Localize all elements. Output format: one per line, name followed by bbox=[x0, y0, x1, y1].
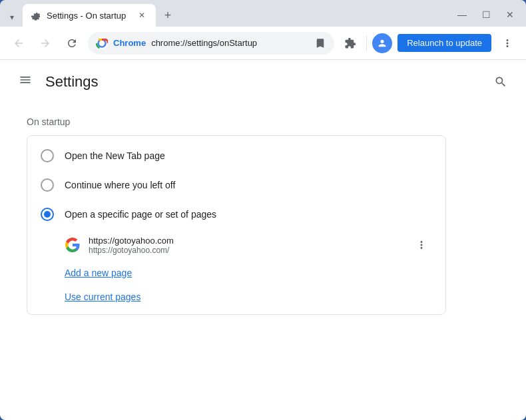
extensions-icon bbox=[344, 37, 356, 49]
bookmark-icon[interactable] bbox=[314, 37, 326, 49]
new-tab-btn[interactable]: + bbox=[158, 6, 177, 25]
address-text: chrome://settings/onStartup bbox=[151, 38, 309, 48]
menu-btn[interactable] bbox=[13, 68, 37, 95]
title-bar: ▾ Settings - On startup ✕ + — ☐ ✕ bbox=[0, 0, 526, 27]
option-new-tab[interactable]: Open the New Tab page bbox=[27, 141, 445, 170]
maximize-btn[interactable]: ☐ bbox=[475, 7, 497, 23]
settings-title: Settings bbox=[45, 73, 481, 91]
use-current-link[interactable]: Use current pages bbox=[27, 285, 445, 309]
url-info: https://gotoyahoo.com https://gotoyahoo.… bbox=[89, 236, 403, 255]
extensions-btn[interactable] bbox=[340, 33, 361, 54]
settings-content: PC On startup Open the New Tab page Cont… bbox=[0, 103, 526, 420]
nav-divider bbox=[366, 35, 367, 51]
url-subtitle: https://gotoyahoo.com/ bbox=[89, 246, 403, 255]
url-more-icon bbox=[415, 239, 427, 251]
option-new-tab-label: Open the New Tab page bbox=[65, 150, 165, 161]
search-icon bbox=[494, 75, 507, 89]
google-g-icon bbox=[65, 237, 81, 253]
tab-title: Settings - On startup bbox=[47, 11, 131, 21]
radio-dot bbox=[44, 211, 51, 218]
more-btn[interactable] bbox=[497, 33, 518, 54]
radio-new-tab[interactable] bbox=[41, 149, 54, 162]
profile-down-btn[interactable]: ▾ bbox=[5, 11, 19, 24]
close-btn[interactable]: ✕ bbox=[499, 7, 521, 23]
radio-continue[interactable] bbox=[41, 178, 54, 192]
tab-close-btn[interactable]: ✕ bbox=[136, 9, 148, 21]
chrome-logo-icon bbox=[96, 37, 108, 49]
url-item: https://gotoyahoo.com https://gotoyahoo.… bbox=[27, 229, 445, 261]
settings-favicon bbox=[31, 10, 41, 21]
radio-specific[interactable] bbox=[41, 208, 54, 221]
browser-window: ▾ Settings - On startup ✕ + — ☐ ✕ bbox=[0, 0, 526, 420]
settings-page: Settings PC On startup Open the New Tab … bbox=[0, 60, 526, 420]
back-btn[interactable] bbox=[8, 33, 29, 54]
forward-icon bbox=[39, 37, 51, 49]
chrome-brand-label: Chrome bbox=[113, 38, 146, 48]
hamburger-icon bbox=[19, 73, 32, 87]
option-continue-label: Continue where you left off bbox=[65, 180, 175, 190]
reload-icon bbox=[66, 37, 78, 49]
url-more-btn[interactable] bbox=[411, 234, 432, 256]
profile-icon bbox=[377, 38, 388, 49]
settings-header: Settings bbox=[0, 60, 526, 103]
more-icon bbox=[501, 37, 513, 49]
startup-card: Open the New Tab page Continue where you… bbox=[27, 135, 446, 315]
search-settings-btn[interactable] bbox=[489, 70, 513, 94]
minimize-btn[interactable]: — bbox=[451, 7, 473, 23]
on-startup-label: On startup bbox=[27, 116, 499, 127]
relaunch-btn[interactable]: Relaunch to update bbox=[397, 34, 491, 52]
active-tab[interactable]: Settings - On startup ✕ bbox=[23, 4, 156, 27]
svg-point-1 bbox=[99, 39, 106, 47]
add-page-link[interactable]: Add a new page bbox=[27, 261, 445, 285]
reload-btn[interactable] bbox=[61, 33, 83, 54]
option-specific-label: Open a specific page or set of pages bbox=[65, 209, 216, 220]
nav-bar: Chrome chrome://settings/onStartup Relau… bbox=[0, 27, 526, 60]
option-continue[interactable]: Continue where you left off bbox=[27, 170, 445, 200]
tab-strip: ▾ Settings - On startup ✕ + bbox=[5, 4, 446, 27]
url-title: https://gotoyahoo.com bbox=[89, 236, 403, 246]
option-specific[interactable]: Open a specific page or set of pages bbox=[27, 200, 445, 229]
profile-btn[interactable] bbox=[372, 33, 392, 53]
forward-btn[interactable] bbox=[35, 33, 56, 54]
address-bar[interactable]: Chrome chrome://settings/onStartup bbox=[88, 32, 334, 55]
back-icon bbox=[13, 37, 25, 49]
nav-icons bbox=[340, 33, 392, 54]
title-bar-controls: — ☐ ✕ bbox=[451, 7, 521, 23]
